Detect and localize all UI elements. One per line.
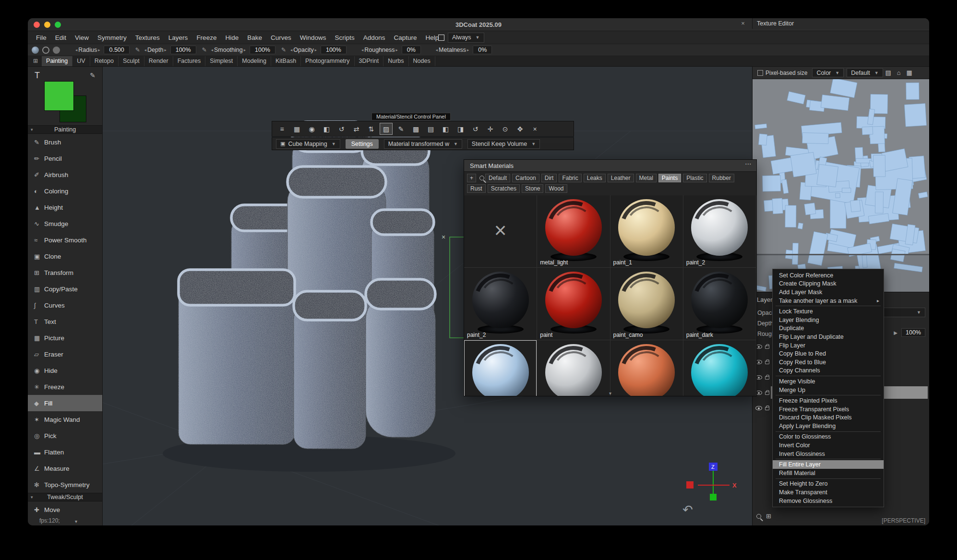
material-tab-stone[interactable]: Stone (522, 184, 543, 193)
material-swatch[interactable]: paint_2 (464, 268, 537, 340)
layer-lock-icon[interactable] (765, 407, 769, 410)
axis-origin-handle[interactable] (710, 494, 717, 500)
panel-scroll-chevron-icon[interactable]: ▾ (75, 519, 77, 524)
menu-item-capture[interactable]: Capture (390, 34, 421, 41)
menu-item-freeze[interactable]: Freeze (192, 34, 221, 41)
rotate-icon[interactable]: ↺ (335, 123, 348, 135)
tool-smudge[interactable]: ∿ Smudge (28, 215, 102, 232)
context-menu-item-fill-entire-layer[interactable]: Fill Entire Layer (773, 460, 884, 469)
menu-item-symmetry[interactable]: Symmetry (93, 34, 131, 41)
param-value[interactable]: 100% (170, 46, 196, 54)
menu-item-curves[interactable]: Curves (266, 34, 296, 41)
tab-kitbash[interactable]: KitBash (271, 56, 301, 66)
context-menu-item-copy-blue-to-red[interactable]: Copy Blue to Red (773, 349, 884, 358)
material-tab-leaks[interactable]: Leaks (584, 174, 606, 182)
scroll-down-icon[interactable]: ▾ (609, 391, 611, 396)
always-checkbox[interactable] (438, 35, 444, 41)
material-tab-plastic[interactable]: Plastic (683, 174, 706, 182)
layer-lock-icon[interactable] (765, 392, 769, 395)
resolution-dropdown[interactable]: Default▼ (847, 68, 883, 77)
tab-painting[interactable]: Painting (42, 56, 72, 66)
tool-copy-paste[interactable]: ▥ Copy/Paste (28, 281, 102, 297)
param-roughness[interactable]: ◂ Roughness ▸ 0% (352, 46, 421, 54)
roughness-spinner-icon[interactable]: ▶ (894, 330, 897, 335)
material-tab-fabric[interactable]: Fabric (559, 174, 581, 182)
menu-item-hide[interactable]: Hide (221, 34, 243, 41)
maximize-window-icon[interactable] (55, 22, 61, 28)
context-menu-item-duplicate[interactable]: Duplicate (773, 324, 884, 333)
decrease-arrow-icon[interactable]: ◂ (290, 48, 292, 52)
lock-icon[interactable]: ◧ (320, 123, 333, 135)
layer-lock-icon[interactable] (765, 376, 769, 380)
material-swatch[interactable] (683, 340, 756, 396)
tool-transform[interactable]: ⊞ Transform (28, 264, 102, 281)
always-dropdown[interactable]: Always▼ (448, 33, 484, 43)
material-swatch[interactable] (464, 340, 537, 396)
tool-power-smooth[interactable]: ≈ Power Smooth (28, 232, 102, 248)
material-tab-leather[interactable]: Leather (608, 174, 634, 182)
material-swatch[interactable]: × (464, 195, 537, 268)
brush-shape-icon[interactable] (53, 47, 60, 54)
context-menu-item-flip-layer-and-duplicate[interactable]: Flip Layer and Duplicate (773, 333, 884, 341)
menu-item-textures[interactable]: Textures (131, 34, 164, 41)
brush-preset-icon[interactable] (32, 47, 39, 54)
context-menu-item-take-another-layer-as-a-mask[interactable]: Take another layer as a mask (773, 297, 884, 305)
tool-curves[interactable]: ∫ Curves (28, 297, 102, 313)
context-menu-item-set-color-reference[interactable]: Set Color Reference (773, 271, 884, 280)
context-menu-item-flip-layer[interactable]: Flip Layer (773, 341, 884, 350)
material-swatch[interactable]: paint_camo (610, 268, 683, 340)
pencil-icon[interactable]: ✎ (395, 123, 407, 135)
menu-item-windows[interactable]: Windows (296, 34, 331, 41)
uv-texture-canvas[interactable] (753, 79, 929, 292)
tool-measure[interactable]: ∠ Measure (28, 460, 102, 477)
context-menu-item-freeze-painted-pixels[interactable]: Freeze Painted Pixels (773, 396, 884, 405)
decrease-arrow-icon[interactable]: ◂ (75, 48, 77, 52)
menu-item-bake[interactable]: Bake (243, 34, 266, 41)
context-menu-item-add-layer-mask[interactable]: Add Layer Mask (773, 288, 884, 297)
tool-hide[interactable]: ◉ Hide (28, 362, 102, 379)
move-icon[interactable]: ✛ (484, 123, 497, 135)
context-menu-item-discard-clip-masked-pixels[interactable]: Discard Clip Masked Pixels (773, 414, 884, 422)
context-menu-item-merge-up[interactable]: Merge Up (773, 386, 884, 394)
material-tab-metal[interactable]: Metal (636, 174, 657, 182)
swap-vertical-icon[interactable]: ⇅ (365, 123, 378, 135)
search-materials-icon[interactable] (479, 176, 484, 180)
context-menu-item-refill-material[interactable]: Refill Material (773, 469, 884, 477)
search-icon[interactable] (756, 514, 761, 519)
tweak-section-header[interactable]: ▾Tweak/Sculpt (28, 493, 102, 501)
rows-icon[interactable]: ▤ (424, 123, 437, 135)
context-menu-item-set-height-to-zero[interactable]: Set Height to Zero (773, 480, 884, 489)
context-menu-item-create-clipping-mask[interactable]: Create Clipping Mask (773, 280, 884, 288)
rows-icon[interactable]: ▤ (883, 69, 894, 76)
material-swatch[interactable] (537, 340, 610, 396)
tool-magic-wand[interactable]: ✶ Magic Wand (28, 411, 102, 428)
material-swatch[interactable]: metal_light (537, 195, 610, 268)
context-menu-item-color-to-glossiness[interactable]: Color to Glossiness (773, 433, 884, 441)
param-value[interactable]: 0.500 (104, 46, 129, 54)
menu-item-layers[interactable]: Layers (164, 34, 192, 41)
material-tab-dirt[interactable]: Dirt (541, 174, 557, 182)
material-tab-default[interactable]: Default (485, 174, 510, 182)
tool-fill[interactable]: ◆ Fill (28, 395, 102, 411)
context-menu-item-make-transparent[interactable]: Make Transparent (773, 488, 884, 497)
tab-modeling[interactable]: Modeling (238, 56, 271, 66)
sliders-icon[interactable]: ≡ (275, 123, 288, 135)
close-window-icon[interactable] (34, 22, 40, 28)
menu-item-view[interactable]: View (71, 34, 93, 41)
layer-visibility-icon[interactable] (755, 406, 762, 410)
painted-model[interactable] (179, 122, 435, 449)
tool-picture[interactable]: ▦ Picture (28, 330, 102, 346)
panel-menu-icon[interactable]: ⋯ (745, 160, 752, 167)
layer-lock-icon[interactable] (765, 361, 769, 364)
material-tab-scratches[interactable]: Scratches (488, 184, 520, 193)
stencil-draw-icon[interactable]: ▨ (380, 123, 393, 135)
tool-coloring[interactable]: ◐ Coloring (28, 183, 102, 199)
param-metalness[interactable]: ◂ Metalness ▸ 0% (427, 46, 492, 54)
material-swatch[interactable]: paint (537, 268, 610, 340)
param-value[interactable]: 0% (473, 46, 492, 54)
close-viewport-icon[interactable]: × (738, 18, 748, 29)
increase-arrow-icon[interactable]: ▸ (467, 48, 469, 52)
material-tab-wood[interactable]: Wood (545, 184, 567, 193)
texture-editor-header[interactable]: Texture Editor (752, 18, 929, 29)
axis-x-handle[interactable] (686, 481, 694, 489)
